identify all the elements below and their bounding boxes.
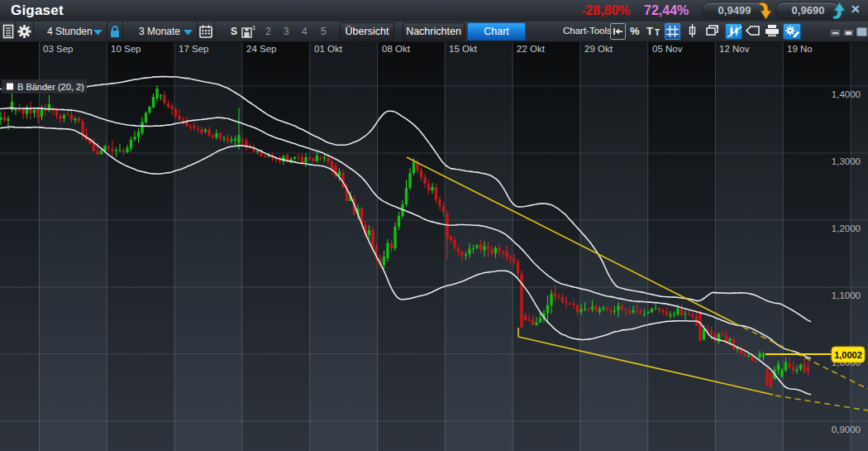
svg-text:29 Okt: 29 Okt [584,44,613,54]
svg-text:1: 1 [252,25,255,31]
svg-text:1,0002: 1,0002 [834,350,862,360]
svg-text:22 Okt: 22 Okt [517,44,546,54]
svg-text:12 Nov: 12 Nov [719,44,750,54]
svg-text:05 Nov: 05 Nov [652,44,683,54]
svg-text:B Bänder (20, 2): B Bänder (20, 2) [17,82,84,92]
svg-text:24 Sep: 24 Sep [246,44,276,54]
svg-text:17 Sep: 17 Sep [179,44,208,54]
svg-text:1,4000: 1,4000 [832,89,861,99]
svg-text:0,9000: 0,9000 [832,425,861,434]
svg-text:15 Okt: 15 Okt [449,44,478,54]
svg-text:10 Sep: 10 Sep [111,44,141,54]
svg-text:03 Sep: 03 Sep [43,44,73,54]
svg-text:1,1000: 1,1000 [832,290,861,300]
svg-text:1,3000: 1,3000 [832,156,861,166]
svg-text:08 Okt: 08 Okt [382,44,411,54]
svg-text:1,2000: 1,2000 [832,223,861,233]
svg-text:01 Okt: 01 Okt [314,44,343,54]
svg-text:19 No: 19 No [787,44,813,54]
